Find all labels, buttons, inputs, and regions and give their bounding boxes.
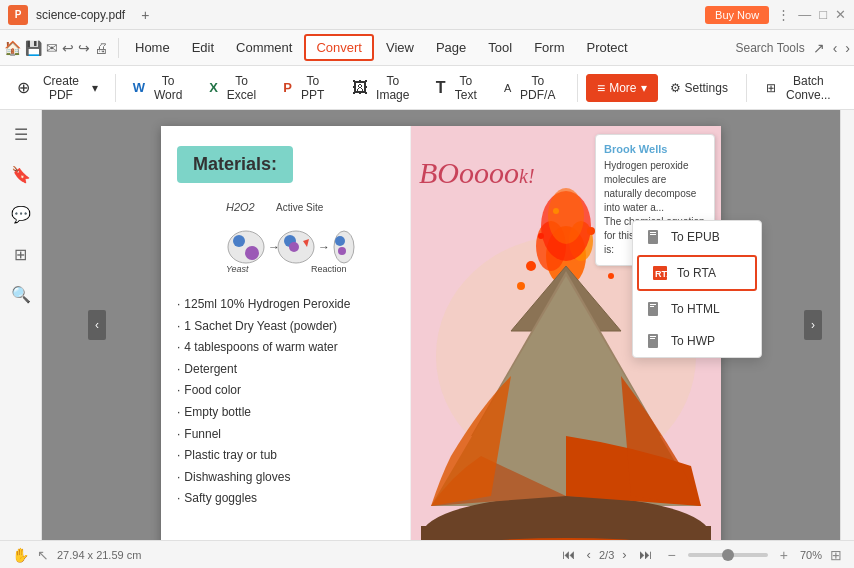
right-page-arrow[interactable]: ›	[804, 310, 822, 340]
sidebar-search[interactable]: 🔍	[5, 278, 37, 310]
to-word-button[interactable]: W To Word	[124, 69, 196, 107]
save-icon[interactable]: 💾	[25, 40, 42, 56]
to-text-label: To Text	[450, 74, 482, 102]
more-icon: ≡	[597, 80, 605, 96]
menu-view[interactable]: View	[376, 36, 424, 59]
file-name: science-copy.pdf	[36, 8, 125, 22]
next-page-button[interactable]: ›	[618, 545, 630, 564]
toolbar-right: ⚙ Settings ⊞ Batch Conve...	[662, 69, 846, 107]
fit-page-icon[interactable]: ⊞	[830, 547, 842, 563]
nav-forward-icon[interactable]: ›	[845, 40, 850, 56]
hwp-label: To HWP	[671, 334, 715, 348]
hand-tool-icon[interactable]: ✋	[12, 547, 29, 563]
minimize-button[interactable]: —	[798, 7, 811, 22]
svg-point-22	[526, 261, 536, 271]
more-arrow: ▾	[641, 81, 647, 95]
svg-point-12	[335, 236, 345, 246]
close-button[interactable]: ✕	[835, 7, 846, 22]
undo-icon[interactable]: ↩	[62, 40, 74, 56]
pointer-tool-icon[interactable]: ↖	[37, 547, 49, 563]
new-tab-button[interactable]: +	[133, 4, 157, 26]
list-item: ·Dishwashing gloves	[177, 467, 394, 489]
materials-list: ·125ml 10% Hydrogen Peroxide ·1 Sachet D…	[177, 294, 394, 510]
svg-text:RTA: RTA	[655, 269, 668, 279]
hwp-icon	[645, 332, 663, 350]
main-area: ☰ 🔖 💬 ⊞ 🔍 ‹ › Materials: H2O2 Active Sit	[0, 110, 854, 540]
menu-separator-1	[118, 38, 119, 58]
first-page-button[interactable]: ⏮	[558, 545, 579, 564]
maximize-button[interactable]: □	[819, 7, 827, 22]
redo-icon[interactable]: ↪	[78, 40, 90, 56]
epub-icon	[645, 228, 663, 246]
batch-convert-button[interactable]: ⊞ Batch Conve...	[757, 69, 846, 107]
to-pdf-a-button[interactable]: A To PDF/A	[495, 69, 569, 107]
sidebar-bookmark[interactable]: 🔖	[5, 158, 37, 190]
more-button[interactable]: ≡ More ▾	[586, 74, 658, 102]
menu-convert[interactable]: Convert	[304, 34, 374, 61]
external-link-icon[interactable]: ↗	[813, 40, 825, 56]
menu-edit[interactable]: Edit	[182, 36, 224, 59]
home-icon[interactable]: 🏠	[4, 40, 21, 56]
svg-rect-48	[650, 304, 656, 305]
menu-tool[interactable]: Tool	[478, 36, 522, 59]
menu-comment[interactable]: Comment	[226, 36, 302, 59]
zoom-out-button[interactable]: −	[664, 545, 680, 565]
prev-page-button[interactable]: ‹	[583, 545, 595, 564]
menu-form[interactable]: Form	[524, 36, 574, 59]
dropdown-to-epub[interactable]: To EPUB	[633, 221, 761, 253]
toolbar: ⊕ Create PDF ▾ W To Word X To Excel P To…	[0, 66, 854, 110]
svg-text:→: →	[318, 240, 330, 254]
sidebar-pages[interactable]: ⊞	[5, 238, 37, 270]
print-icon[interactable]: 🖨	[94, 40, 108, 56]
svg-point-2	[228, 231, 264, 263]
left-page-arrow[interactable]: ‹	[88, 310, 106, 340]
pdf-a-icon: A	[504, 82, 511, 94]
svg-text:Yeast: Yeast	[226, 264, 249, 274]
toolbar-overflow[interactable]: ⋮	[777, 7, 790, 22]
settings-icon: ⚙	[670, 81, 681, 95]
to-image-button[interactable]: 🖼 To Image	[343, 69, 423, 107]
buy-now-button[interactable]: Buy Now	[705, 6, 769, 24]
svg-point-25	[587, 227, 595, 235]
svg-point-3	[233, 235, 245, 247]
last-page-button[interactable]: ⏭	[635, 545, 656, 564]
svg-point-26	[553, 208, 559, 214]
zoom-level: 70%	[800, 549, 822, 561]
menu-protect[interactable]: Protect	[577, 36, 638, 59]
list-item: ·Detergent	[177, 359, 394, 381]
more-label: More	[609, 81, 636, 95]
svg-point-27	[608, 273, 614, 279]
title-bar: P science-copy.pdf + Buy Now ⋮ — □ ✕	[0, 0, 854, 30]
zoom-thumb[interactable]	[722, 549, 734, 561]
status-bar: ✋ ↖ 27.94 x 21.59 cm ⏮ ‹ 2/3 › ⏭ − + 70%…	[0, 540, 854, 568]
menu-page[interactable]: Page	[426, 36, 476, 59]
settings-button[interactable]: ⚙ Settings	[662, 77, 736, 99]
svg-rect-51	[650, 336, 656, 337]
svg-point-21	[548, 188, 584, 244]
menu-home[interactable]: Home	[125, 36, 180, 59]
to-ppt-button[interactable]: P To PPT	[274, 69, 339, 107]
menu-bar: 🏠 💾 ✉ ↩ ↪ 🖨 Home Edit Comment Convert Vi…	[0, 30, 854, 66]
nav-back-icon[interactable]: ‹	[833, 40, 838, 56]
sidebar-toggle[interactable]: ☰	[5, 118, 37, 150]
email-icon[interactable]: ✉	[46, 40, 58, 56]
dropdown-to-hwp[interactable]: To HWP	[633, 325, 761, 357]
zoom-slider[interactable]	[688, 553, 768, 557]
to-image-label: To Image	[372, 74, 414, 102]
svg-rect-43	[650, 232, 656, 233]
dropdown-to-html[interactable]: To HTML	[633, 293, 761, 325]
image-icon: 🖼	[352, 79, 368, 97]
to-excel-button[interactable]: X To Excel	[200, 69, 270, 107]
to-excel-label: To Excel	[222, 74, 261, 102]
toolbar-sep-1	[115, 74, 116, 102]
create-pdf-icon: ⊕	[17, 78, 30, 97]
sidebar-comment[interactable]: 💬	[5, 198, 37, 230]
rta-icon: RTA	[651, 264, 669, 282]
settings-label: Settings	[685, 81, 728, 95]
materials-header: Materials:	[177, 146, 293, 183]
dropdown-to-rta[interactable]: RTA To RTA	[637, 255, 757, 291]
to-text-button[interactable]: T To Text	[427, 69, 491, 107]
zoom-in-button[interactable]: +	[776, 545, 792, 565]
create-pdf-button[interactable]: ⊕ Create PDF ▾	[8, 69, 107, 107]
boom-text: BOooook!	[419, 156, 535, 190]
